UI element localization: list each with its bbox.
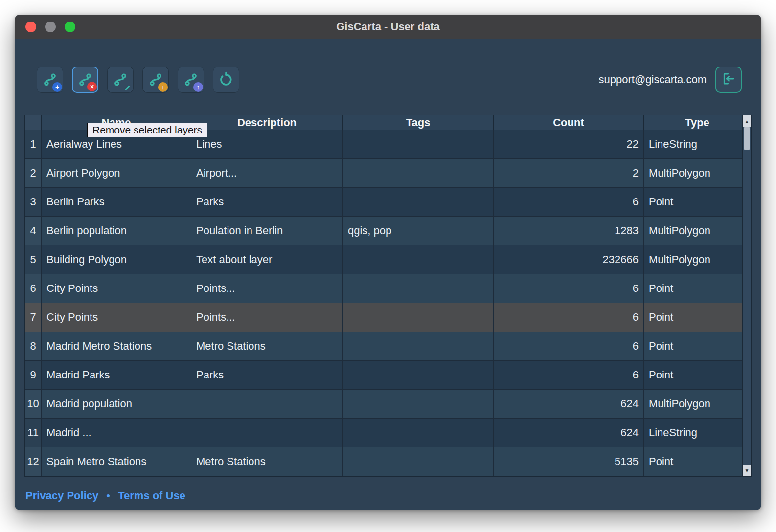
cell-desc[interactable]: Text about layer <box>191 245 343 274</box>
scrollbar-thumb[interactable] <box>744 127 750 150</box>
cell-num[interactable]: 8 <box>25 332 42 361</box>
cell-num[interactable]: 4 <box>25 217 42 245</box>
cell-tags[interactable] <box>343 130 494 159</box>
cell-tags[interactable] <box>343 159 494 188</box>
cell-tags[interactable] <box>343 274 494 303</box>
remove-selected-layers-button[interactable]: × <box>72 66 98 93</box>
cell-desc[interactable]: Points... <box>191 303 343 332</box>
logout-button[interactable] <box>715 66 742 93</box>
cell-name[interactable]: Berlin Parks <box>42 188 191 217</box>
cell-tags[interactable] <box>343 245 494 274</box>
cell-tags[interactable] <box>343 361 494 390</box>
column-header-description[interactable]: Description <box>191 115 343 130</box>
cell-desc[interactable] <box>191 390 343 419</box>
table-row[interactable]: 12Spain Metro StationsMetro Stations5135… <box>25 447 742 476</box>
cell-num[interactable]: 7 <box>25 303 42 332</box>
table-row[interactable]: 8Madrid Metro StationsMetro Stations6Poi… <box>25 332 742 361</box>
column-header-count[interactable]: Count <box>494 115 644 130</box>
cell-count[interactable]: 2 <box>494 159 644 188</box>
zoom-button[interactable] <box>65 22 75 32</box>
table-row[interactable]: 4Berlin populationPoulation in Berlinqgi… <box>25 217 742 245</box>
refresh-button[interactable] <box>213 66 239 93</box>
table-row[interactable]: 2Airport PolygonAirport...2MultiPolygon <box>25 159 742 188</box>
cell-count[interactable]: 1283 <box>494 217 644 245</box>
cell-num[interactable]: 5 <box>25 245 42 274</box>
column-header-type[interactable]: Type <box>644 115 751 130</box>
cell-type[interactable]: MultiPolygon <box>644 390 742 419</box>
cell-count[interactable]: 6 <box>494 303 644 332</box>
cell-tags[interactable] <box>343 447 494 476</box>
cell-type[interactable]: LineString <box>644 419 742 447</box>
cell-count[interactable]: 624 <box>494 390 644 419</box>
cell-desc[interactable]: Poulation in Berlin <box>191 217 343 245</box>
cell-num[interactable]: 9 <box>25 361 42 390</box>
cell-tags[interactable] <box>343 332 494 361</box>
cell-type[interactable]: Point <box>644 361 742 390</box>
cell-count[interactable]: 6 <box>494 332 644 361</box>
cell-desc[interactable] <box>191 419 343 447</box>
cell-type[interactable]: LineString <box>644 130 742 159</box>
cell-name[interactable]: Spain Metro Stations <box>42 447 191 476</box>
table-row[interactable]: 3Berlin ParksParks6Point <box>25 188 742 217</box>
cell-count[interactable]: 232666 <box>494 245 644 274</box>
cell-desc[interactable]: Metro Stations <box>191 332 343 361</box>
cell-num[interactable]: 6 <box>25 274 42 303</box>
cell-tags[interactable] <box>343 303 494 332</box>
cell-name[interactable]: City Points <box>42 274 191 303</box>
column-header-tags[interactable]: Tags <box>343 115 494 130</box>
minimize-button[interactable] <box>45 22 56 32</box>
scroll-up-button[interactable]: ▲ <box>743 115 751 127</box>
terms-of-use-link[interactable]: Terms of Use <box>118 489 185 502</box>
cell-num[interactable]: 2 <box>25 159 42 188</box>
cell-tags[interactable] <box>343 419 494 447</box>
cell-desc[interactable]: Points... <box>191 274 343 303</box>
table-row[interactable]: 5Building PolygonText about layer232666M… <box>25 245 742 274</box>
cell-name[interactable]: Madrid ... <box>42 419 191 447</box>
cell-num[interactable]: 12 <box>25 447 42 476</box>
table-row[interactable]: 10Madrid population624MultiPolygon <box>25 390 742 419</box>
cell-type[interactable]: Point <box>644 188 742 217</box>
export-layer-button[interactable]: ↑ <box>178 66 204 93</box>
cell-type[interactable]: Point <box>644 274 742 303</box>
cell-desc[interactable]: Lines <box>191 130 343 159</box>
scroll-down-button[interactable]: ▼ <box>743 465 751 476</box>
privacy-policy-link[interactable]: Privacy Policy <box>25 489 98 502</box>
cell-name[interactable]: Berlin population <box>42 217 191 245</box>
table-row[interactable]: 6City PointsPoints...6Point <box>25 274 742 303</box>
cell-name[interactable]: Airport Polygon <box>42 159 191 188</box>
cell-name[interactable]: Building Polygon <box>42 245 191 274</box>
table-row[interactable]: 7City PointsPoints...6Point <box>25 303 742 332</box>
cell-type[interactable]: Point <box>644 303 742 332</box>
cell-count[interactable]: 6 <box>494 274 644 303</box>
cell-type[interactable]: MultiPolygon <box>644 217 742 245</box>
cell-name[interactable]: Madrid Parks <box>42 361 191 390</box>
vertical-scrollbar[interactable]: ▲ ▼ <box>742 115 751 476</box>
cell-num[interactable]: 11 <box>25 419 42 447</box>
cell-name[interactable]: City Points <box>42 303 191 332</box>
edit-layer-button[interactable] <box>107 66 134 93</box>
cell-type[interactable]: MultiPolygon <box>644 245 742 274</box>
cell-type[interactable]: MultiPolygon <box>644 159 742 188</box>
add-layer-button[interactable]: + <box>37 66 63 93</box>
cell-count[interactable]: 5135 <box>494 447 644 476</box>
cell-count[interactable]: 624 <box>494 419 644 447</box>
cell-name[interactable]: Madrid Metro Stations <box>42 332 191 361</box>
cell-tags[interactable] <box>343 390 494 419</box>
table-row[interactable]: 11Madrid ...624LineString <box>25 419 742 447</box>
cell-count[interactable]: 6 <box>494 361 644 390</box>
import-layer-button[interactable]: ↓ <box>142 66 169 93</box>
cell-count[interactable]: 22 <box>494 130 644 159</box>
cell-desc[interactable]: Parks <box>191 188 343 217</box>
cell-num[interactable]: 3 <box>25 188 42 217</box>
cell-desc[interactable]: Airport... <box>191 159 343 188</box>
cell-type[interactable]: Point <box>644 332 742 361</box>
cell-type[interactable]: Point <box>644 447 742 476</box>
cell-desc[interactable]: Parks <box>191 361 343 390</box>
corner-header-cell[interactable] <box>25 115 42 130</box>
cell-name[interactable]: Madrid population <box>42 390 191 419</box>
cell-tags[interactable]: qgis, pop <box>343 217 494 245</box>
close-button[interactable] <box>25 22 36 32</box>
cell-num[interactable]: 10 <box>25 390 42 419</box>
cell-desc[interactable]: Metro Stations <box>191 447 343 476</box>
cell-num[interactable]: 1 <box>25 130 42 159</box>
